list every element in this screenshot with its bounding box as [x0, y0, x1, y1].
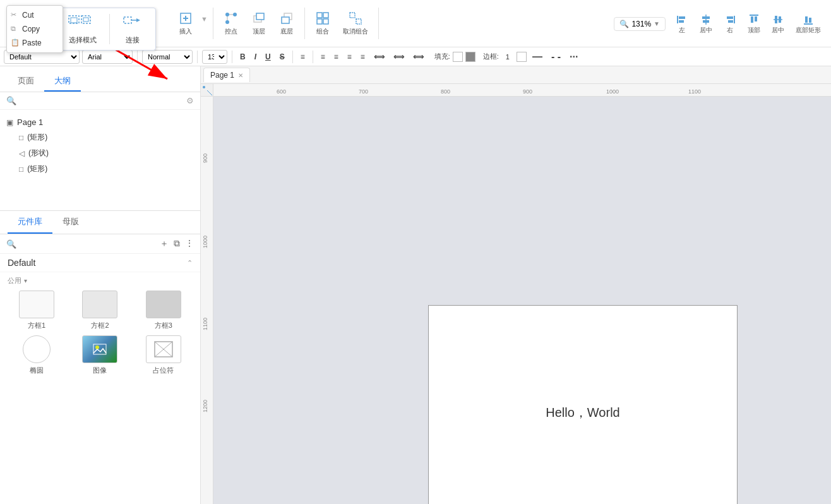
comp-tab-master[interactable]: 母版: [52, 211, 89, 234]
tab-outline[interactable]: 大纲: [44, 71, 81, 92]
page-icon: ▣: [6, 118, 13, 127]
text-spacing-1-button[interactable]: ⟺: [371, 51, 388, 63]
comp-library-name: Default ⌃: [0, 254, 200, 272]
connection-button[interactable]: 连接: [117, 12, 148, 46]
svg-rect-37: [779, 16, 781, 23]
comp-ellipse-shape: [23, 335, 51, 363]
fill-color-box[interactable]: [453, 52, 463, 62]
context-menu-paste[interactable]: 📋 Paste: [7, 36, 63, 50]
ruler-corner: [201, 84, 213, 97]
comp-add-button[interactable]: ＋: [160, 238, 169, 249]
svg-rect-30: [727, 16, 733, 19]
toolbar-sep-2: [304, 8, 305, 39]
tree-page1[interactable]: ▣ Page 1: [0, 115, 200, 129]
svg-rect-3: [83, 18, 88, 21]
tree-shape-rect1[interactable]: □ (矩形): [0, 129, 200, 145]
comp-item-box3[interactable]: 方框3: [135, 291, 193, 330]
right-toolbar: 🔍 131% ▼ 左 居中: [609, 0, 831, 47]
border-style-1-button[interactable]: —: [529, 50, 546, 64]
align-right-text-button[interactable]: ≡: [344, 51, 355, 63]
border-style-2-button[interactable]: - -: [548, 50, 564, 64]
comp-item-placeholder[interactable]: 占位符: [135, 335, 193, 375]
zoom-search-icon: 🔍: [619, 20, 629, 28]
svg-point-47: [203, 86, 205, 88]
selection-mode-button[interactable]: 选择模式: [64, 12, 102, 46]
comp-item-image[interactable]: 图像: [71, 335, 129, 375]
align-middle-icon: [772, 13, 784, 26]
insert-button[interactable]: 插入: [173, 8, 198, 39]
canvas-frame[interactable]: Hello，World: [428, 305, 738, 504]
font-size-select[interactable]: 13: [202, 50, 227, 64]
comp-item-box1[interactable]: 方框1: [8, 291, 66, 330]
align-center-text-button[interactable]: ≡: [331, 51, 342, 63]
tree-shape-rect2[interactable]: □ (矩形): [0, 161, 200, 177]
svg-rect-19: [317, 19, 322, 24]
top-layer-button[interactable]: 顶层: [246, 8, 272, 39]
zoom-value: 131%: [631, 20, 651, 28]
align-justify-text-button[interactable]: ≡: [357, 51, 368, 63]
comp-more-button[interactable]: ⋮: [185, 238, 194, 249]
ungroup-button[interactable]: 取消组合: [338, 8, 373, 39]
context-menu-cut[interactable]: ✂ Cut: [7, 8, 63, 22]
insert-icon: [178, 11, 193, 26]
canvas-tab-page1[interactable]: Page 1 ✕: [203, 68, 250, 82]
tree-shape-shape1[interactable]: ◁ (形状): [0, 145, 200, 161]
svg-rect-18: [323, 13, 328, 18]
canvas-tab-close[interactable]: ✕: [238, 72, 243, 79]
bottom-layer-button[interactable]: 底层: [274, 8, 299, 39]
align-top-button[interactable]: 顶部: [743, 11, 765, 37]
bold-button[interactable]: B: [237, 51, 249, 63]
ungroup-icon: [348, 11, 363, 26]
align-left-button[interactable]: 左: [671, 11, 693, 37]
svg-rect-22: [356, 19, 361, 24]
strikethrough-button[interactable]: S: [277, 51, 288, 63]
comp-copy-button[interactable]: ⧉: [174, 238, 180, 249]
outline-search-input[interactable]: [20, 97, 182, 105]
tab-page[interactable]: 页面: [8, 71, 44, 92]
outline-filter-icon[interactable]: ⚙: [186, 96, 194, 105]
fill-color-box2[interactable]: [465, 52, 475, 62]
align-left-text-button[interactable]: ≡: [318, 51, 328, 63]
comp-grid: 方框1 方框2 方框3 椭圆: [0, 288, 200, 383]
zoom-dropdown-icon: ▼: [654, 20, 660, 27]
selection-mode-icon: [68, 13, 98, 33]
svg-rect-31: [728, 20, 733, 23]
style-select[interactable]: Normal: [142, 50, 193, 64]
list-button[interactable]: ≡: [297, 51, 308, 63]
canvas-inner: Hello，World: [213, 97, 831, 504]
align-bottom-button[interactable]: 底部矩形: [791, 11, 826, 37]
text-spacing-3-button[interactable]: ⟺: [410, 51, 427, 63]
comp-tab-library[interactable]: 元件库: [8, 211, 52, 234]
panel-tabs: 页面 大纲: [0, 66, 200, 92]
text-spacing-2-button[interactable]: ⟺: [390, 51, 407, 63]
zoom-control[interactable]: 🔍 131% ▼: [614, 17, 666, 31]
border-style-3-button[interactable]: ···: [566, 50, 581, 64]
rect-icon-1: □: [19, 133, 23, 142]
svg-rect-0: [69, 16, 79, 23]
svg-line-46: [207, 90, 212, 95]
comp-expand-button[interactable]: ⌃: [187, 259, 193, 267]
italic-button[interactable]: I: [251, 51, 260, 63]
align-center-button[interactable]: 居中: [695, 11, 717, 37]
comp-item-ellipse[interactable]: 椭圆: [8, 335, 66, 375]
align-middle-button[interactable]: 居中: [767, 11, 789, 37]
font-name-select[interactable]: Arial: [82, 50, 133, 64]
canvas-viewport[interactable]: Hello，World: [213, 97, 831, 504]
toolbar-sep-1: [213, 8, 213, 39]
align-right-button[interactable]: 右: [719, 11, 741, 37]
control-points-icon: [224, 11, 239, 26]
control-points-button[interactable]: 控点: [218, 8, 244, 39]
svg-rect-40: [809, 18, 811, 23]
comp-item-box2[interactable]: 方框2: [71, 291, 129, 330]
context-menu-copy[interactable]: ⧉ Copy: [7, 22, 63, 36]
svg-point-12: [225, 20, 229, 24]
context-menu: ✂ Cut ⧉ Copy 📋 Paste: [6, 5, 63, 53]
border-color-box[interactable]: [517, 52, 527, 62]
svg-marker-6: [136, 18, 140, 22]
group-button[interactable]: 组合: [310, 8, 335, 39]
align-top-icon: [748, 13, 760, 26]
svg-rect-27: [702, 16, 710, 19]
underline-button[interactable]: U: [262, 51, 274, 63]
comp-section-title[interactable]: 公用 ▾: [0, 272, 200, 288]
svg-rect-39: [805, 16, 808, 23]
